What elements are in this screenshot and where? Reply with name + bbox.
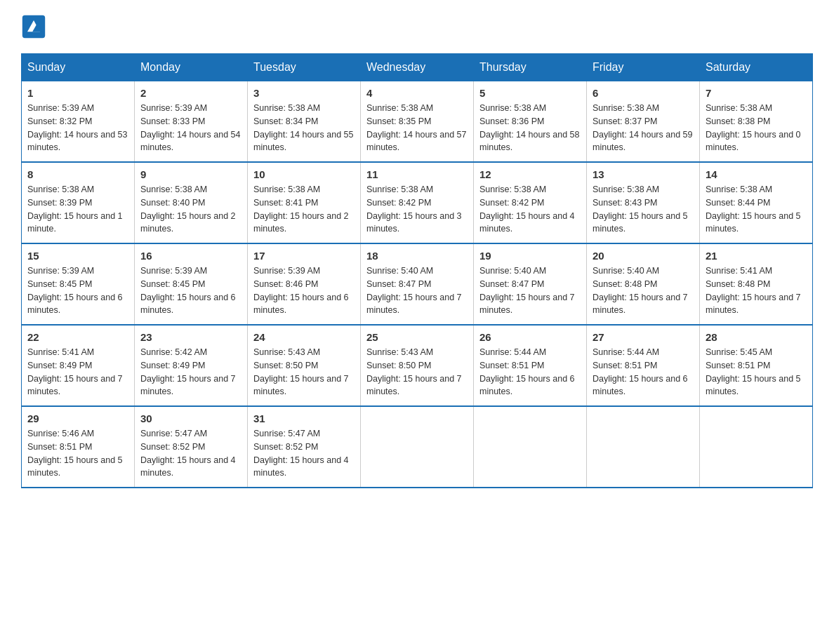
day-info: Sunrise: 5:41 AMSunset: 8:49 PMDaylight:…	[27, 346, 128, 398]
day-info: Sunrise: 5:47 AMSunset: 8:52 PMDaylight:…	[140, 427, 241, 480]
calendar-cell: 29 Sunrise: 5:46 AMSunset: 8:51 PMDaylig…	[22, 406, 135, 488]
weekday-header-row: SundayMondayTuesdayWednesdayThursdayFrid…	[22, 54, 813, 81]
calendar-cell: 12 Sunrise: 5:38 AMSunset: 8:42 PMDaylig…	[474, 162, 587, 243]
calendar-cell: 27 Sunrise: 5:44 AMSunset: 8:51 PMDaylig…	[587, 325, 700, 406]
day-number: 12	[479, 168, 581, 180]
calendar-week-1: 1 Sunrise: 5:39 AMSunset: 8:32 PMDayligh…	[22, 81, 813, 163]
calendar-cell: 6 Sunrise: 5:38 AMSunset: 8:37 PMDayligh…	[587, 81, 700, 163]
day-number: 23	[140, 331, 241, 343]
day-info: Sunrise: 5:38 AMSunset: 8:40 PMDaylight:…	[140, 183, 241, 236]
day-number: 19	[479, 250, 581, 262]
day-info: Sunrise: 5:39 AMSunset: 8:33 PMDaylight:…	[140, 102, 241, 154]
calendar-cell: 17 Sunrise: 5:39 AMSunset: 8:46 PMDaylig…	[248, 243, 361, 325]
calendar-cell	[474, 406, 587, 488]
day-info: Sunrise: 5:41 AMSunset: 8:48 PMDaylight:…	[706, 264, 807, 317]
calendar-week-3: 15 Sunrise: 5:39 AMSunset: 8:45 PMDaylig…	[22, 243, 813, 325]
calendar-week-4: 22 Sunrise: 5:41 AMSunset: 8:49 PMDaylig…	[22, 325, 813, 406]
calendar-cell: 31 Sunrise: 5:47 AMSunset: 8:52 PMDaylig…	[248, 406, 361, 488]
day-number: 17	[253, 250, 355, 262]
day-number: 10	[253, 168, 355, 180]
day-number: 24	[253, 331, 355, 343]
day-info: Sunrise: 5:43 AMSunset: 8:50 PMDaylight:…	[253, 346, 355, 398]
day-info: Sunrise: 5:39 AMSunset: 8:45 PMDaylight:…	[140, 264, 241, 317]
calendar-cell: 5 Sunrise: 5:38 AMSunset: 8:36 PMDayligh…	[474, 81, 587, 163]
day-number: 8	[27, 168, 128, 180]
day-info: Sunrise: 5:46 AMSunset: 8:51 PMDaylight:…	[27, 427, 128, 480]
day-number: 14	[706, 168, 807, 180]
calendar-cell	[700, 406, 813, 488]
weekday-header-friday: Friday	[587, 54, 700, 81]
calendar-cell: 9 Sunrise: 5:38 AMSunset: 8:40 PMDayligh…	[135, 162, 248, 243]
day-info: Sunrise: 5:40 AMSunset: 8:47 PMDaylight:…	[479, 264, 581, 317]
calendar-cell: 18 Sunrise: 5:40 AMSunset: 8:47 PMDaylig…	[361, 243, 474, 325]
day-number: 6	[593, 87, 694, 99]
day-number: 13	[593, 168, 694, 180]
day-info: Sunrise: 5:40 AMSunset: 8:48 PMDaylight:…	[593, 264, 694, 317]
day-number: 4	[366, 87, 468, 99]
weekday-header-wednesday: Wednesday	[361, 54, 474, 81]
day-info: Sunrise: 5:38 AMSunset: 8:35 PMDaylight:…	[366, 102, 468, 154]
day-number: 31	[253, 412, 355, 424]
calendar-cell: 2 Sunrise: 5:39 AMSunset: 8:33 PMDayligh…	[135, 81, 248, 163]
calendar-cell: 1 Sunrise: 5:39 AMSunset: 8:32 PMDayligh…	[22, 81, 135, 163]
calendar-cell: 10 Sunrise: 5:38 AMSunset: 8:41 PMDaylig…	[248, 162, 361, 243]
calendar-cell: 30 Sunrise: 5:47 AMSunset: 8:52 PMDaylig…	[135, 406, 248, 488]
day-number: 29	[27, 412, 128, 424]
calendar-cell: 28 Sunrise: 5:45 AMSunset: 8:51 PMDaylig…	[700, 325, 813, 406]
calendar-week-5: 29 Sunrise: 5:46 AMSunset: 8:51 PMDaylig…	[22, 406, 813, 488]
day-number: 15	[27, 250, 128, 262]
calendar-table: SundayMondayTuesdayWednesdayThursdayFrid…	[21, 53, 813, 488]
day-number: 18	[366, 250, 468, 262]
weekday-header-monday: Monday	[135, 54, 248, 81]
day-info: Sunrise: 5:39 AMSunset: 8:46 PMDaylight:…	[253, 264, 355, 317]
day-number: 27	[593, 331, 694, 343]
day-info: Sunrise: 5:38 AMSunset: 8:41 PMDaylight:…	[253, 183, 355, 236]
day-info: Sunrise: 5:38 AMSunset: 8:36 PMDaylight:…	[479, 102, 581, 154]
day-info: Sunrise: 5:47 AMSunset: 8:52 PMDaylight:…	[253, 427, 355, 480]
calendar-cell	[361, 406, 474, 488]
weekday-header-sunday: Sunday	[22, 54, 135, 81]
calendar-cell: 4 Sunrise: 5:38 AMSunset: 8:35 PMDayligh…	[361, 81, 474, 163]
day-info: Sunrise: 5:38 AMSunset: 8:38 PMDaylight:…	[706, 102, 807, 154]
weekday-header-tuesday: Tuesday	[248, 54, 361, 81]
calendar-cell: 15 Sunrise: 5:39 AMSunset: 8:45 PMDaylig…	[22, 243, 135, 325]
calendar-cell: 14 Sunrise: 5:38 AMSunset: 8:44 PMDaylig…	[700, 162, 813, 243]
day-info: Sunrise: 5:39 AMSunset: 8:45 PMDaylight:…	[27, 264, 128, 317]
day-info: Sunrise: 5:42 AMSunset: 8:49 PMDaylight:…	[140, 346, 241, 398]
day-number: 5	[479, 87, 581, 99]
day-info: Sunrise: 5:40 AMSunset: 8:47 PMDaylight:…	[366, 264, 468, 317]
day-number: 16	[140, 250, 241, 262]
day-number: 20	[593, 250, 694, 262]
logo-icon	[21, 14, 46, 39]
calendar-cell: 24 Sunrise: 5:43 AMSunset: 8:50 PMDaylig…	[248, 325, 361, 406]
day-info: Sunrise: 5:38 AMSunset: 8:42 PMDaylight:…	[479, 183, 581, 236]
day-info: Sunrise: 5:44 AMSunset: 8:51 PMDaylight:…	[593, 346, 694, 398]
day-number: 9	[140, 168, 241, 180]
calendar-cell: 8 Sunrise: 5:38 AMSunset: 8:39 PMDayligh…	[22, 162, 135, 243]
day-info: Sunrise: 5:38 AMSunset: 8:42 PMDaylight:…	[366, 183, 468, 236]
calendar-cell: 23 Sunrise: 5:42 AMSunset: 8:49 PMDaylig…	[135, 325, 248, 406]
day-number: 2	[140, 87, 241, 99]
calendar-cell: 25 Sunrise: 5:43 AMSunset: 8:50 PMDaylig…	[361, 325, 474, 406]
day-info: Sunrise: 5:43 AMSunset: 8:50 PMDaylight:…	[366, 346, 468, 398]
page-header	[21, 14, 813, 39]
day-info: Sunrise: 5:39 AMSunset: 8:32 PMDaylight:…	[27, 102, 128, 154]
day-number: 3	[253, 87, 355, 99]
day-info: Sunrise: 5:45 AMSunset: 8:51 PMDaylight:…	[706, 346, 807, 398]
day-number: 11	[366, 168, 468, 180]
logo	[21, 14, 49, 39]
calendar-cell: 21 Sunrise: 5:41 AMSunset: 8:48 PMDaylig…	[700, 243, 813, 325]
calendar-cell: 3 Sunrise: 5:38 AMSunset: 8:34 PMDayligh…	[248, 81, 361, 163]
calendar-cell: 11 Sunrise: 5:38 AMSunset: 8:42 PMDaylig…	[361, 162, 474, 243]
day-info: Sunrise: 5:44 AMSunset: 8:51 PMDaylight:…	[479, 346, 581, 398]
day-number: 30	[140, 412, 241, 424]
calendar-week-2: 8 Sunrise: 5:38 AMSunset: 8:39 PMDayligh…	[22, 162, 813, 243]
calendar-cell: 13 Sunrise: 5:38 AMSunset: 8:43 PMDaylig…	[587, 162, 700, 243]
day-info: Sunrise: 5:38 AMSunset: 8:37 PMDaylight:…	[593, 102, 694, 154]
day-info: Sunrise: 5:38 AMSunset: 8:43 PMDaylight:…	[593, 183, 694, 236]
day-number: 22	[27, 331, 128, 343]
day-info: Sunrise: 5:38 AMSunset: 8:44 PMDaylight:…	[706, 183, 807, 236]
weekday-header-saturday: Saturday	[700, 54, 813, 81]
calendar-cell: 19 Sunrise: 5:40 AMSunset: 8:47 PMDaylig…	[474, 243, 587, 325]
weekday-header-thursday: Thursday	[474, 54, 587, 81]
